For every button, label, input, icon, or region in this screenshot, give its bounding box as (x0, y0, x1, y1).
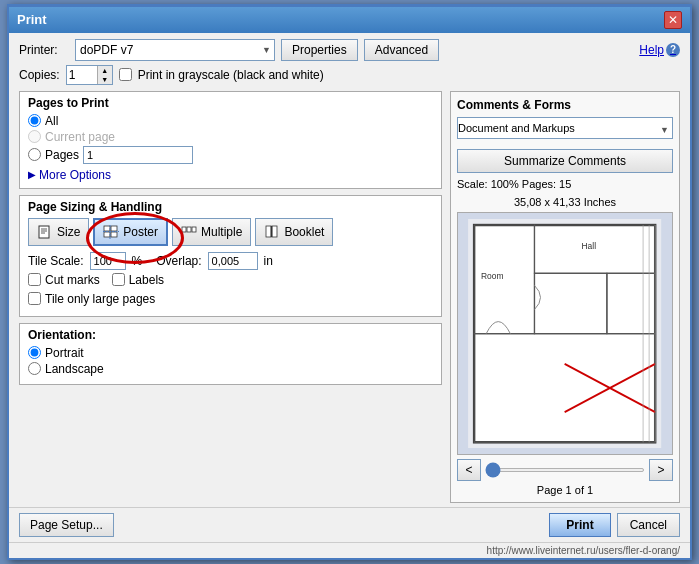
advanced-button[interactable]: Advanced (364, 39, 439, 61)
help-icon: ? (666, 43, 680, 57)
labels-label: Labels (129, 273, 164, 287)
all-radio[interactable] (28, 114, 41, 127)
all-label: All (45, 114, 58, 128)
tile-scale-input[interactable] (90, 252, 126, 270)
svg-rect-14 (272, 226, 277, 237)
portrait-radio[interactable] (28, 346, 41, 359)
svg-rect-5 (111, 226, 117, 231)
print-button[interactable]: Print (549, 513, 610, 537)
preview-nav: < > (457, 459, 673, 481)
grayscale-checkbox[interactable] (119, 68, 132, 81)
more-options-arrow: ▶ (28, 169, 36, 180)
svg-rect-11 (187, 227, 191, 232)
svg-rect-4 (104, 226, 110, 231)
forms-select[interactable]: Document and Markups (457, 117, 673, 139)
copies-spinner: ▲ ▼ (97, 66, 112, 84)
svg-rect-7 (111, 232, 117, 237)
pages-title: Pages to Print (28, 96, 433, 110)
page-slider[interactable] (485, 468, 645, 472)
properties-button[interactable]: Properties (281, 39, 358, 61)
orient-title: Orientation: (28, 328, 433, 342)
next-page-button[interactable]: > (649, 459, 673, 481)
printer-label: Printer: (19, 43, 69, 57)
orientation-section: Orientation: Portrait Landscape (19, 323, 442, 385)
landscape-radio[interactable] (28, 362, 41, 375)
labels-checkbox[interactable] (112, 273, 125, 286)
booklet-button[interactable]: Booklet (255, 218, 333, 246)
more-options-label: More Options (39, 168, 111, 182)
tile-only-checkbox[interactable] (28, 292, 41, 305)
pages-label: Pages (45, 148, 79, 162)
sizing-buttons: Size (28, 218, 433, 246)
multiple-icon (181, 224, 197, 240)
svg-rect-12 (192, 227, 196, 232)
close-button[interactable]: ✕ (664, 11, 682, 29)
url-text: http://www.liveinternet.ru/users/fler-d-… (487, 545, 680, 556)
cut-marks-row: Cut marks (28, 273, 100, 287)
marks-labels-row: Cut marks Labels (28, 273, 433, 289)
summarize-button[interactable]: Summarize Comments (457, 149, 673, 173)
pages-radio-row: Pages (28, 146, 433, 164)
booklet-icon (264, 224, 280, 240)
labels-row: Labels (112, 273, 164, 287)
copies-input[interactable]: 1 (67, 67, 97, 83)
poster-icon (103, 224, 119, 240)
dialog-title: Print (17, 12, 47, 27)
tile-scale-row: Tile Scale: % Overlap: in (28, 252, 433, 270)
main-content: Pages to Print All Current page Pages (19, 91, 680, 503)
left-panel: Pages to Print All Current page Pages (19, 91, 442, 503)
more-options-link[interactable]: ▶ More Options (28, 168, 433, 182)
pages-radio[interactable] (28, 148, 41, 161)
help-link[interactable]: Help ? (639, 43, 680, 57)
svg-rect-0 (39, 226, 49, 238)
overlap-input[interactable] (208, 252, 258, 270)
copies-down-button[interactable]: ▼ (98, 75, 112, 84)
portrait-row: Portrait (28, 346, 433, 360)
poster-button[interactable]: Poster (93, 218, 168, 246)
tile-scale-label: Tile Scale: (28, 254, 84, 268)
multiple-label: Multiple (201, 225, 242, 239)
pages-to-print-section: Pages to Print All Current page Pages (19, 91, 442, 189)
page-sizing-section: Page Sizing & Handling (19, 195, 442, 317)
portrait-label: Portrait (45, 346, 84, 360)
svg-rect-10 (182, 227, 186, 232)
poster-label: Poster (123, 225, 158, 239)
tile-only-label: Tile only large pages (45, 292, 155, 306)
cut-marks-checkbox[interactable] (28, 273, 41, 286)
scale-info: Scale: 100% Pages: 15 (457, 178, 673, 190)
size-button[interactable]: Size (28, 218, 89, 246)
svg-text:Room: Room (481, 271, 504, 281)
url-bar: http://www.liveinternet.ru/users/fler-d-… (9, 542, 690, 558)
copies-row: Copies: 1 ▲ ▼ Print in grayscale (black … (19, 65, 680, 85)
tile-only-row: Tile only large pages (28, 292, 433, 306)
copies-up-button[interactable]: ▲ (98, 66, 112, 75)
cancel-button[interactable]: Cancel (617, 513, 680, 537)
forms-select-wrap: Document and Markups (457, 117, 673, 144)
copies-input-wrap: 1 ▲ ▼ (66, 65, 113, 85)
comments-forms-title: Comments & Forms (457, 98, 673, 112)
sizing-title: Page Sizing & Handling (28, 200, 433, 214)
printer-select-wrap: doPDF v7 (75, 39, 275, 61)
overlap-unit: in (264, 254, 273, 268)
svg-rect-13 (266, 226, 271, 237)
size-label: Size (57, 225, 80, 239)
tile-scale-unit: % (132, 254, 143, 268)
title-bar: Print ✕ (9, 7, 690, 33)
current-radio (28, 130, 41, 143)
current-radio-row: Current page (28, 130, 433, 144)
print-dialog: Print ✕ Printer: doPDF v7 Properties Adv… (7, 4, 692, 560)
all-radio-row: All (28, 114, 433, 128)
page-setup-button[interactable]: Page Setup... (19, 513, 114, 537)
printer-row: Printer: doPDF v7 Properties Advanced He… (19, 39, 680, 61)
size-icon (37, 224, 53, 240)
help-label: Help (639, 43, 664, 57)
landscape-row: Landscape (28, 362, 433, 376)
cut-marks-label: Cut marks (45, 273, 100, 287)
prev-page-button[interactable]: < (457, 459, 481, 481)
printer-select[interactable]: doPDF v7 (75, 39, 275, 61)
bottom-bar: Page Setup... Print Cancel (9, 507, 690, 542)
right-panel: Comments & Forms Document and Markups Su… (450, 91, 680, 503)
pages-input[interactable] (83, 146, 193, 164)
multiple-button[interactable]: Multiple (172, 218, 251, 246)
booklet-label: Booklet (284, 225, 324, 239)
